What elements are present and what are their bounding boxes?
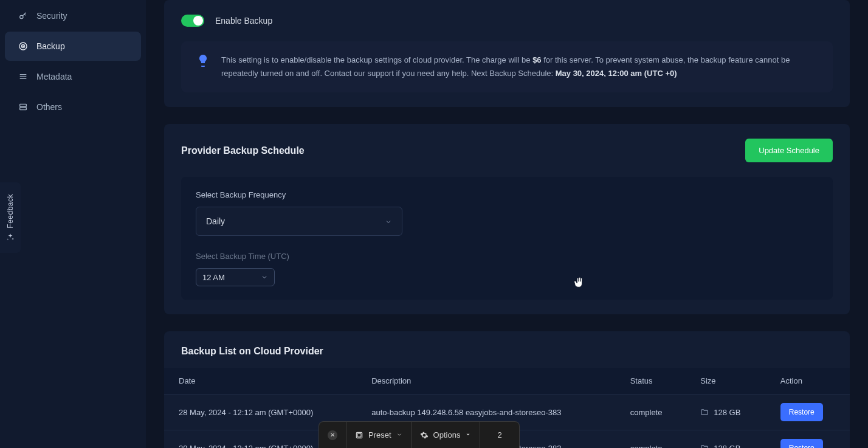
feedback-tab[interactable]: Feedback — [0, 182, 21, 253]
cell-action: Restore — [767, 430, 850, 448]
chevron-down-icon — [465, 430, 471, 439]
feedback-label: Feedback — [6, 194, 15, 229]
cell-size: 128 GB — [687, 395, 767, 430]
col-description: Description — [358, 368, 617, 395]
chevron-down-icon — [261, 274, 268, 281]
cell-status: complete — [617, 395, 687, 430]
table-header-row: Date Description Status Size Action — [164, 368, 850, 395]
toolbar-preset-label: Preset — [368, 430, 391, 439]
sidebar-item-label: Security — [36, 11, 67, 21]
info-next-schedule: May 30, 2024, 12:00 am (UTC +0) — [556, 69, 677, 78]
svg-point-0 — [20, 15, 23, 18]
target-icon — [18, 41, 28, 51]
col-action: Action — [767, 368, 850, 395]
folder-icon — [700, 444, 709, 448]
main-content: Enable Backup This setting is to enable/… — [146, 0, 868, 448]
svg-rect-7 — [20, 104, 27, 106]
time-label: Select Backup Time (UTC) — [196, 252, 818, 261]
schedule-form: Select Backup Frequency Daily Select Bac… — [181, 177, 833, 300]
toolbar-options-button[interactable]: Options — [412, 422, 481, 448]
svg-point-3 — [22, 46, 23, 46]
cell-size: 128 GB — [687, 430, 767, 448]
sidebar-item-label: Backup — [36, 41, 65, 51]
toolbar-options-label: Options — [433, 430, 461, 439]
toolbar-close-button[interactable]: ✕ — [319, 422, 346, 448]
sidebar-item-backup[interactable]: Backup — [5, 32, 141, 61]
backup-list-title: Backup List on Cloud Provider — [164, 346, 850, 357]
sidebar-item-metadata[interactable]: Metadata — [5, 62, 141, 91]
editor-toolbar: ✕ Preset Options 2 — [319, 421, 520, 448]
list-icon — [18, 72, 28, 81]
update-schedule-button[interactable]: Update Schedule — [745, 139, 833, 162]
enable-backup-toggle[interactable] — [181, 15, 204, 27]
lightbulb-icon — [196, 53, 210, 80]
sidebar-item-label: Others — [36, 102, 62, 112]
toolbar-preset-button[interactable]: Preset — [346, 422, 412, 448]
cell-action: Restore — [767, 395, 850, 430]
cell-size-value: 128 GB — [714, 444, 740, 448]
sparkle-icon — [6, 233, 15, 241]
cell-status: complete — [617, 430, 687, 448]
preset-icon — [355, 431, 363, 439]
frequency-select[interactable]: Daily — [196, 207, 402, 236]
restore-button[interactable]: Restore — [780, 403, 823, 421]
col-date: Date — [164, 368, 358, 395]
toggle-knob — [193, 16, 203, 26]
folder-icon — [700, 408, 709, 416]
frequency-label: Select Backup Frequency — [196, 190, 818, 199]
gear-icon — [420, 431, 429, 439]
enable-backup-row: Enable Backup — [181, 15, 833, 27]
key-icon — [18, 11, 28, 21]
info-price: $6 — [532, 55, 541, 64]
toolbar-count: 2 — [480, 422, 518, 448]
svg-rect-10 — [357, 433, 361, 437]
restore-button[interactable]: Restore — [780, 439, 823, 448]
schedule-card-title: Provider Backup Schedule — [181, 145, 305, 156]
toolbar-count-value: 2 — [497, 430, 501, 439]
sidebar-item-label: Metadata — [36, 72, 72, 81]
server-icon — [18, 102, 28, 112]
sidebar-item-security[interactable]: Security — [5, 1, 141, 30]
backup-info-box: This setting is to enable/disable the ba… — [181, 41, 833, 92]
enable-backup-label: Enable Backup — [215, 16, 272, 26]
schedule-card: Provider Backup Schedule Update Schedule… — [164, 124, 850, 314]
info-text-part1: This setting is to enable/disable the ba… — [221, 55, 532, 64]
time-value: 12 AM — [202, 273, 225, 282]
col-status: Status — [617, 368, 687, 395]
frequency-value: Daily — [206, 216, 225, 226]
backup-info-text: This setting is to enable/disable the ba… — [221, 53, 818, 80]
svg-rect-8 — [20, 108, 27, 110]
chevron-down-icon — [396, 430, 402, 439]
time-select[interactable]: 12 AM — [196, 268, 275, 286]
close-icon: ✕ — [328, 430, 337, 440]
enable-backup-card: Enable Backup This setting is to enable/… — [164, 0, 850, 107]
cell-size-value: 128 GB — [714, 408, 740, 417]
col-size: Size — [687, 368, 767, 395]
sidebar-item-others[interactable]: Others — [5, 92, 141, 122]
schedule-card-header: Provider Backup Schedule Update Schedule — [181, 139, 833, 162]
chevron-down-icon — [385, 218, 392, 225]
sidebar: Security Backup Metadata Others — [0, 0, 146, 448]
